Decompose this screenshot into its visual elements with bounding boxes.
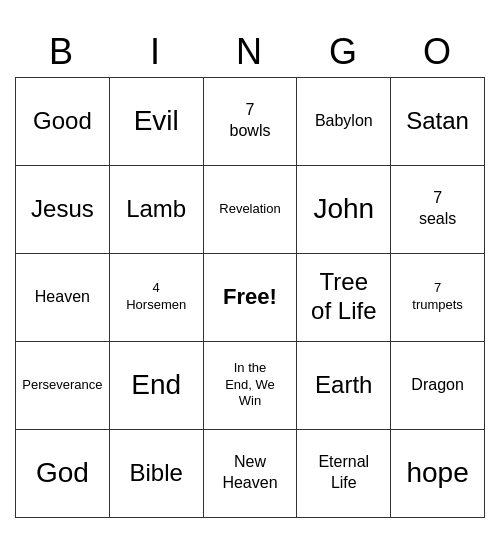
cell-text: Evil (134, 104, 179, 138)
cell-text: In theEnd, WeWin (225, 360, 275, 411)
bingo-cell: God (16, 430, 110, 518)
bingo-cell: EternalLife (297, 430, 391, 518)
bingo-cell: 7seals (391, 166, 485, 254)
cell-text: NewHeaven (222, 452, 277, 494)
bingo-cell: Satan (391, 78, 485, 166)
bingo-cell: Evil (110, 78, 204, 166)
bingo-cell: Treeof Life (297, 254, 391, 342)
cell-text: Treeof Life (311, 268, 376, 326)
cell-text: Good (33, 107, 92, 136)
cell-text: John (313, 192, 374, 226)
bingo-cell: Babylon (297, 78, 391, 166)
cell-text: 7seals (419, 188, 456, 230)
bingo-cell: Heaven (16, 254, 110, 342)
cell-text: Free! (223, 284, 277, 310)
bingo-grid: GoodEvil7bowlsBabylonSatanJesusLambRevel… (15, 77, 485, 518)
cell-text: Lamb (126, 195, 186, 224)
bingo-cell: 4Horsemen (110, 254, 204, 342)
cell-text: Earth (315, 371, 372, 400)
bingo-cell: hope (391, 430, 485, 518)
bingo-cell: 7bowls (204, 78, 298, 166)
cell-text: 4Horsemen (126, 280, 186, 314)
cell-text: Heaven (35, 287, 90, 308)
header-letter: I (109, 27, 203, 77)
cell-text: Bible (130, 459, 183, 488)
bingo-cell: John (297, 166, 391, 254)
cell-text: 7trumpets (412, 280, 463, 314)
bingo-cell: Jesus (16, 166, 110, 254)
bingo-card: BINGO GoodEvil7bowlsBabylonSatanJesusLam… (15, 27, 485, 518)
bingo-cell: End (110, 342, 204, 430)
header-letter: N (203, 27, 297, 77)
bingo-cell: Revelation (204, 166, 298, 254)
header-letter: G (297, 27, 391, 77)
header-letter: O (391, 27, 485, 77)
cell-text: Babylon (315, 111, 373, 132)
cell-text: 7bowls (230, 100, 271, 142)
bingo-cell: Dragon (391, 342, 485, 430)
cell-text: Perseverance (22, 377, 102, 394)
bingo-cell: Good (16, 78, 110, 166)
cell-text: Dragon (411, 375, 463, 396)
cell-text: Revelation (219, 201, 280, 218)
bingo-cell: Free! (204, 254, 298, 342)
cell-text: Jesus (31, 195, 94, 224)
cell-text: EternalLife (318, 452, 369, 494)
cell-text: hope (406, 456, 468, 490)
bingo-cell: Bible (110, 430, 204, 518)
cell-text: God (36, 456, 89, 490)
cell-text: Satan (406, 107, 469, 136)
cell-text: End (131, 368, 181, 402)
bingo-cell: NewHeaven (204, 430, 298, 518)
bingo-header: BINGO (15, 27, 485, 77)
bingo-cell: In theEnd, WeWin (204, 342, 298, 430)
bingo-cell: 7trumpets (391, 254, 485, 342)
bingo-cell: Earth (297, 342, 391, 430)
bingo-cell: Perseverance (16, 342, 110, 430)
header-letter: B (15, 27, 109, 77)
bingo-cell: Lamb (110, 166, 204, 254)
